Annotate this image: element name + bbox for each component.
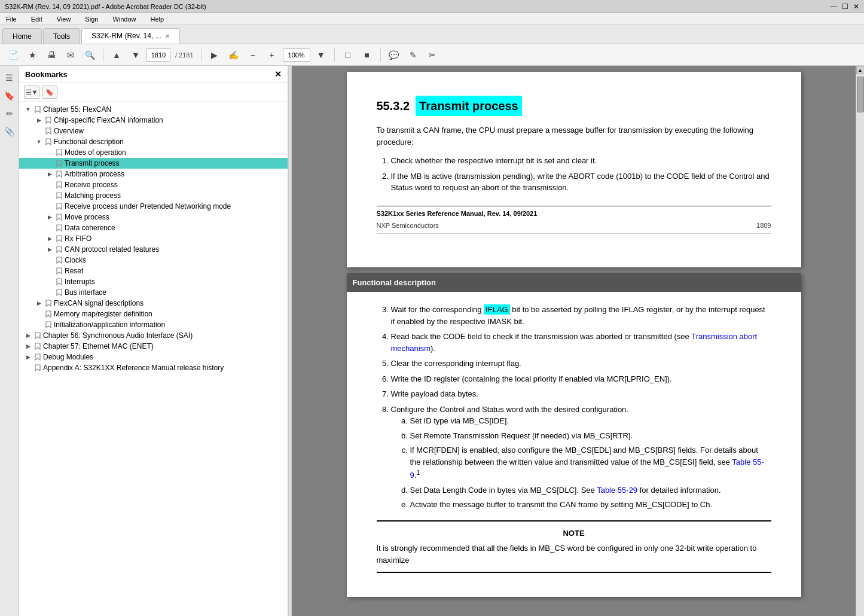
prev-page-button[interactable]: ▲ [108, 47, 125, 63]
menu-item-view[interactable]: View [53, 14, 75, 24]
titlebar: S32K-RM (Rev. 14, 09 2021).pdf - Adobe A… [0, 0, 864, 13]
bookmark-toggle-can_proto[interactable]: ▶ [45, 245, 54, 254]
comment-button[interactable]: 💬 [386, 47, 402, 63]
bookmark-item-arbitration[interactable]: ▶Arbitration process [19, 169, 288, 179]
scroll-up-button[interactable]: ▲ [856, 66, 865, 74]
bookmarks-menu-button[interactable]: ☰▼ [24, 86, 39, 99]
bookmarks-expand-button[interactable]: 🔖 [42, 86, 57, 99]
sub-step-b: Set Remote Transmission Request (if need… [410, 430, 771, 442]
bookmark-label-move: Move process [65, 213, 109, 221]
bookmark-item-init[interactable]: Initialization/application information [19, 319, 288, 330]
menu-item-edit[interactable]: Edit [28, 14, 46, 24]
titlebar-controls[interactable]: — ☐ ✕ [830, 2, 859, 11]
bookmark-label-interrupts: Interrupts [65, 277, 95, 286]
zoom-out-button[interactable]: − [245, 47, 261, 63]
bookmark-item-rxfifo[interactable]: ▶Rx FIFO [19, 233, 288, 244]
zoom-input[interactable] [283, 48, 310, 62]
bookmarks-panel-icon[interactable]: 🔖 [2, 89, 17, 103]
transmission-abort-link[interactable]: Transmission abort mechanism [391, 332, 758, 353]
bookmark-toggle-move[interactable]: ▶ [45, 213, 54, 221]
page-input[interactable] [146, 48, 170, 62]
bookmark-toggle-rxfifo[interactable]: ▶ [45, 234, 54, 243]
tab-s32k-rm-rev-14-[interactable]: S32K-RM (Rev. 14, ...✕ [81, 28, 179, 44]
bookmark-toggle-debug[interactable]: ▶ [24, 353, 32, 361]
bookmark-item-receive_pn[interactable]: Receive process under Pretended Networki… [19, 201, 288, 212]
cursor-tool[interactable]: ▶ [206, 47, 223, 63]
bookmark-label-appendix: Appendix A: S32K1XX Reference Manual rel… [43, 364, 224, 372]
bookmark-icon-memmap [44, 310, 53, 318]
print-button[interactable]: 🖶 [43, 47, 60, 63]
bookmark-item-receive[interactable]: Receive process [19, 179, 288, 190]
bookmark-toggle-ch56[interactable]: ▶ [24, 331, 32, 340]
bookmark-item-can_proto[interactable]: ▶CAN protocol related features [19, 244, 288, 255]
bookmark-item-debug[interactable]: ▶Debug Modules [19, 352, 288, 362]
bookmark-label-can_proto: CAN protocol related features [65, 245, 159, 254]
zoom-dropdown[interactable]: ▼ [313, 47, 329, 63]
bookmark-item-appendix[interactable]: Appendix A: S32K1XX Reference Manual rel… [19, 362, 288, 373]
tab-tools[interactable]: Tools [43, 28, 80, 44]
bookmark-item-interrupts[interactable]: Interrupts [19, 276, 288, 287]
minimize-button[interactable]: — [830, 2, 837, 11]
tab-close-button[interactable]: ✕ [165, 33, 170, 39]
bookmark-label-modes: Modes of operation [65, 148, 126, 157]
bookmark-item-modes[interactable]: Modes of operation [19, 147, 288, 158]
bookmark-label-memmap: Memory map/register definition [54, 310, 152, 318]
attachments-panel-icon[interactable]: 📎 [2, 124, 17, 139]
bookmark-item-transmit[interactable]: Transmit process [19, 158, 288, 169]
bookmark-label-arbitration: Arbitration process [65, 170, 124, 178]
bookmark-icon-overview [44, 127, 53, 135]
bookmark-icon-functional [44, 138, 53, 146]
redact-button[interactable]: ✂ [424, 47, 441, 63]
bookmark-item-matching[interactable]: Matching process [19, 190, 288, 201]
maximize-button[interactable]: ☐ [842, 2, 848, 11]
step-3: Wait for the corresponding IFLAG bit to … [391, 304, 771, 327]
bookmark-toggle-flexcan_sig[interactable]: ▶ [35, 299, 43, 307]
email-button[interactable]: ✉ [62, 47, 79, 63]
scroll-thumb[interactable] [857, 77, 864, 112]
menu-item-window[interactable]: Window [109, 14, 139, 24]
bookmark-toggle-chip[interactable]: ▶ [35, 116, 43, 124]
bookmark-item-flexcan_sig[interactable]: ▶FlexCAN signal descriptions [19, 298, 288, 309]
bookmark-toolbar-button[interactable]: ★ [24, 47, 41, 63]
table-55-9-link[interactable]: Table 55-9 [410, 458, 764, 480]
bookmark-item-chip[interactable]: ▶Chip-specific FlexCAN information [19, 115, 288, 126]
menu-item-file[interactable]: File [2, 14, 20, 24]
tab-home[interactable]: Home [2, 28, 42, 44]
bookmark-item-reset[interactable]: Reset [19, 266, 288, 276]
bookmark-item-move[interactable]: ▶Move process [19, 212, 288, 222]
tools-panel-icon[interactable]: ☰ [2, 71, 17, 85]
layers-panel-icon[interactable]: ✏ [2, 106, 17, 121]
highlight-button[interactable]: ✎ [405, 47, 422, 63]
bookmark-item-memmap[interactable]: Memory map/register definition [19, 309, 288, 319]
close-button[interactable]: ✕ [853, 2, 859, 11]
close-bookmarks-button[interactable]: ✕ [274, 69, 282, 79]
bookmark-toggle-ch55[interactable]: ▼ [24, 105, 32, 114]
next-page-button[interactable]: ▼ [127, 47, 144, 63]
hand-tool[interactable]: ✍ [225, 47, 242, 63]
bookmark-item-ch55[interactable]: ▼Chapter 55: FlexCAN [19, 104, 288, 115]
bookmark-item-bus_iface[interactable]: Bus interface [19, 287, 288, 298]
bookmark-item-ch57[interactable]: ▶Chapter 57: Ethernet MAC (ENET) [19, 341, 288, 352]
bookmark-item-coherence[interactable]: Data coherence [19, 222, 288, 233]
fit-width-button[interactable]: ■ [359, 47, 375, 63]
bookmark-toggle-functional[interactable]: ▼ [35, 138, 43, 146]
zoom-in-button[interactable]: + [264, 47, 280, 63]
new-button[interactable]: 📄 [5, 47, 22, 63]
search-button[interactable]: 🔍 [81, 47, 98, 63]
menu-item-help[interactable]: Help [147, 14, 168, 24]
bookmark-label-matching: Matching process [65, 191, 121, 200]
bookmark-toggle-arbitration[interactable]: ▶ [45, 170, 54, 178]
table-55-29-link[interactable]: Table 55-29 [597, 486, 637, 495]
bookmark-toggle-ch57[interactable]: ▶ [24, 342, 32, 350]
note-title: NOTE [377, 527, 771, 539]
bookmark-item-clocks[interactable]: Clocks [19, 255, 288, 266]
page-bottom-info: NXP Semiconductors 1809 [377, 221, 771, 234]
pdf-content-area[interactable]: 55.3.2 Transmit process To transmit a CA… [292, 66, 856, 616]
section-title: 55.3.2 Transmit process [377, 96, 771, 116]
fit-page-button[interactable]: □ [340, 47, 356, 63]
bookmark-item-functional[interactable]: ▼Functional description [19, 136, 288, 147]
bookmark-item-ch56[interactable]: ▶Chapter 56: Synchronous Audio Interface… [19, 330, 288, 341]
menu-item-sign[interactable]: Sign [81, 14, 102, 24]
bookmark-item-overview[interactable]: Overview [19, 126, 288, 136]
step-7: Write payload data bytes. [391, 388, 771, 400]
